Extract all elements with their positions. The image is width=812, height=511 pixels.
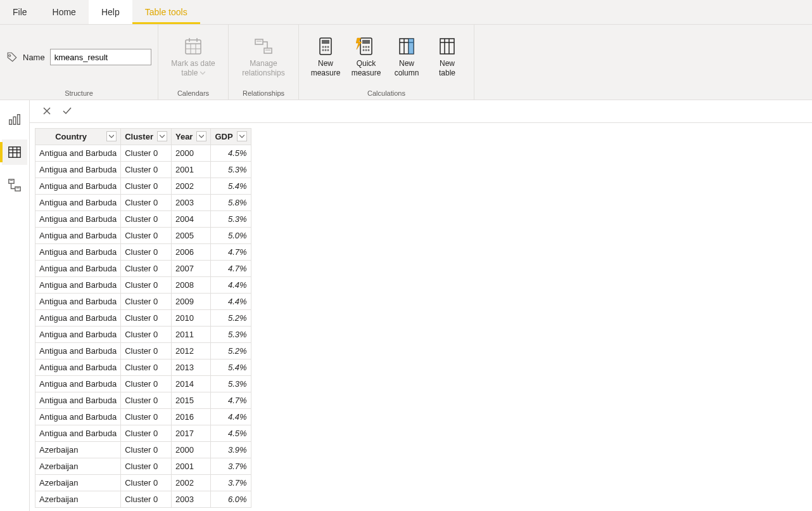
table-row[interactable]: Antigua and BarbudaCluster 020055.0% — [35, 227, 251, 243]
cell-country: Antigua and Barbuda — [35, 210, 121, 227]
filter-country-button[interactable] — [106, 131, 117, 141]
close-icon — [42, 107, 51, 115]
cell-gdp: 4.5% — [211, 425, 251, 441]
view-report-button[interactable] — [2, 107, 27, 132]
cell-gdp: 5.3% — [211, 210, 251, 227]
bar-chart-icon — [8, 112, 22, 126]
cell-country: Antigua and Barbuda — [35, 145, 121, 161]
table-row[interactable]: AzerbaijanCluster 020013.7% — [35, 458, 251, 474]
cell-cluster: Cluster 0 — [121, 178, 172, 194]
table-row[interactable]: Antigua and BarbudaCluster 020164.4% — [35, 408, 251, 425]
new-measure-button[interactable]: Newmeasure — [305, 34, 346, 81]
table-row[interactable]: Antigua and BarbudaCluster 020174.5% — [35, 425, 251, 441]
cell-country: Azerbaijan — [35, 491, 121, 507]
svg-rect-32 — [440, 39, 454, 54]
cell-year: 2006 — [171, 243, 210, 260]
table-row[interactable]: AzerbaijanCluster 020023.7% — [35, 474, 251, 491]
manage-relationships-button[interactable]: Managerelationships — [235, 34, 292, 81]
view-model-button[interactable] — [2, 172, 27, 198]
table-row[interactable]: Antigua and BarbudaCluster 020074.7% — [35, 260, 251, 276]
cell-country: Azerbaijan — [35, 458, 121, 474]
cell-cluster: Cluster 0 — [121, 359, 172, 375]
group-label-relationships: Relationships — [235, 88, 292, 98]
header-country-label: Country — [39, 132, 103, 141]
data-table: Country Cluster Year GDP Antigua and Ba — [35, 128, 251, 508]
table-row[interactable]: AzerbaijanCluster 020036.0% — [35, 491, 251, 507]
table-row[interactable]: Antigua and BarbudaCluster 020015.3% — [35, 161, 251, 178]
tab-home[interactable]: Home — [40, 0, 89, 24]
table-row[interactable]: AzerbaijanCluster 020003.9% — [35, 441, 251, 458]
filter-cluster-button[interactable] — [157, 131, 167, 141]
new-table-button[interactable]: Newtable — [427, 34, 467, 81]
quick-measure-button[interactable]: Quickmeasure — [346, 34, 386, 81]
tab-help[interactable]: Help — [89, 0, 132, 24]
header-gdp-label: GDP — [215, 132, 232, 141]
new-column-button[interactable]: Newcolumn — [386, 34, 427, 81]
cell-gdp: 5.0% — [211, 227, 251, 243]
group-label-calendars: Calendars — [165, 88, 222, 98]
svg-rect-31 — [409, 39, 414, 54]
svg-point-18 — [327, 49, 329, 51]
table-row[interactable]: Antigua and BarbudaCluster 020125.2% — [35, 342, 251, 359]
table-row[interactable]: Antigua and BarbudaCluster 020025.4% — [35, 178, 251, 194]
cell-gdp: 5.3% — [211, 161, 251, 178]
cell-gdp: 3.7% — [211, 474, 251, 491]
table-row[interactable]: Antigua and BarbudaCluster 020115.3% — [35, 326, 251, 342]
cell-year: 2014 — [171, 375, 210, 392]
table-row[interactable]: Antigua and BarbudaCluster 020105.2% — [35, 309, 251, 326]
cell-cluster: Cluster 0 — [121, 194, 172, 210]
cell-country: Antigua and Barbuda — [35, 342, 121, 359]
table-row[interactable]: Antigua and BarbudaCluster 020004.5% — [35, 145, 251, 161]
header-cluster[interactable]: Cluster — [121, 128, 172, 145]
header-cluster-label: Cluster — [125, 132, 153, 141]
tab-file[interactable]: File — [0, 0, 40, 24]
formula-cancel-button[interactable] — [40, 104, 54, 118]
header-gdp[interactable]: GDP — [211, 128, 251, 145]
cell-year: 2016 — [171, 408, 210, 425]
cell-year: 2007 — [171, 260, 210, 276]
svg-point-17 — [325, 49, 327, 51]
main-area: Country Cluster Year GDP Antigua and Ba — [30, 100, 812, 511]
svg-point-21 — [363, 46, 365, 48]
name-input[interactable] — [50, 49, 151, 65]
cell-cluster: Cluster 0 — [121, 210, 172, 227]
cell-country: Azerbaijan — [35, 474, 121, 491]
formula-commit-button[interactable] — [60, 104, 74, 118]
cell-gdp: 4.7% — [211, 260, 251, 276]
table-row[interactable]: Antigua and BarbudaCluster 020064.7% — [35, 243, 251, 260]
table-row[interactable]: Antigua and BarbudaCluster 020145.3% — [35, 375, 251, 392]
cell-gdp: 5.3% — [211, 375, 251, 392]
table-row[interactable]: Antigua and BarbudaCluster 020045.3% — [35, 210, 251, 227]
cell-year: 2008 — [171, 276, 210, 293]
table-row[interactable]: Antigua and BarbudaCluster 020084.4% — [35, 276, 251, 293]
cell-cluster: Cluster 0 — [121, 375, 172, 392]
svg-rect-44 — [9, 179, 14, 183]
tab-table-tools[interactable]: Table tools — [132, 0, 200, 24]
model-icon — [8, 178, 22, 192]
table-row[interactable]: Antigua and BarbudaCluster 020135.4% — [35, 359, 251, 375]
cell-gdp: 4.7% — [211, 392, 251, 408]
cell-country: Antigua and Barbuda — [35, 243, 121, 260]
cell-country: Antigua and Barbuda — [35, 293, 121, 309]
header-country[interactable]: Country — [35, 128, 121, 145]
svg-point-22 — [365, 46, 367, 48]
cell-cluster: Cluster 0 — [121, 342, 172, 359]
cell-country: Antigua and Barbuda — [35, 359, 121, 375]
ribbon-group-calculations: Newmeasure Quickmeasure — [299, 25, 474, 100]
svg-point-26 — [368, 49, 370, 51]
formula-input[interactable] — [80, 103, 807, 119]
table-row[interactable]: Antigua and BarbudaCluster 020094.4% — [35, 293, 251, 309]
check-icon — [62, 106, 72, 116]
cell-year: 2005 — [171, 227, 210, 243]
header-year[interactable]: Year — [171, 128, 210, 145]
mark-as-date-table-button[interactable]: Mark as datetable — [165, 34, 222, 81]
filter-year-button[interactable] — [196, 131, 206, 141]
table-row[interactable]: Antigua and BarbudaCluster 020154.7% — [35, 392, 251, 408]
table-row[interactable]: Antigua and BarbudaCluster 020035.8% — [35, 194, 251, 210]
cell-gdp: 5.4% — [211, 178, 251, 194]
header-year-label: Year — [175, 132, 193, 141]
view-data-button[interactable] — [2, 139, 27, 165]
cell-gdp: 5.2% — [211, 342, 251, 359]
tag-icon — [6, 51, 18, 63]
filter-gdp-button[interactable] — [237, 131, 247, 141]
